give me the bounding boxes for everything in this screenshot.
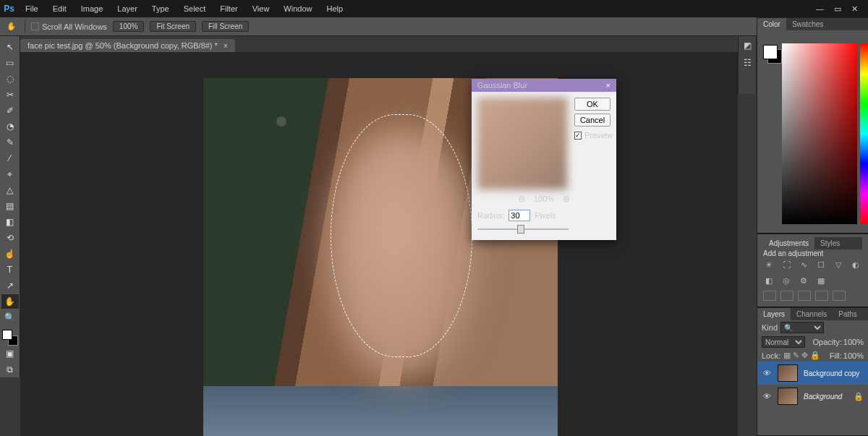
fill-screen-button[interactable]: Fill Screen [202,21,249,32]
document-tab-close-icon[interactable]: × [224,42,228,50]
radius-slider[interactable] [477,224,569,234]
bw-icon[interactable]: ◧ [763,276,775,286]
scroll-all-checkbox[interactable]: Scroll All Windows [31,22,107,31]
properties-panel-icon[interactable]: ☷ [744,58,752,68]
layer-thumbnail[interactable] [778,388,798,405]
canvas-area[interactable] [20,52,738,436]
eraser-tool[interactable]: △ [1,183,19,197]
gradient-tool[interactable]: ▤ [1,199,19,213]
menu-window[interactable]: Window [276,0,319,17]
screenmode-icon[interactable]: ⧉ [1,362,19,377]
blur-tool[interactable]: ◧ [1,215,19,229]
quickmask-icon[interactable]: ▣ [1,346,19,361]
tab-paths[interactable]: Paths [833,308,863,320]
pen-tool[interactable]: ☝ [1,247,19,261]
visibility-icon[interactable]: 👁 [762,392,772,401]
fg-color-swatch[interactable] [763,45,778,59]
type-tool[interactable]: T [1,262,19,277]
channel-mixer-icon[interactable]: ⚙ [798,276,809,286]
invert-icon[interactable] [763,291,776,301]
menu-filter[interactable]: Filter [213,0,244,17]
layer-thumbnail[interactable] [778,364,798,382]
kind-select[interactable]: 🔍 [780,322,824,333]
move-tool[interactable]: ↖ [1,40,19,54]
minimize-icon[interactable]: — [816,4,824,14]
visibility-icon[interactable]: 👁 [762,369,772,377]
document-tab[interactable]: face pic test.jpg @ 50% (Background copy… [20,39,235,52]
posterize-icon[interactable] [780,291,793,301]
radius-label: Radius: [477,211,504,220]
blend-mode-select[interactable]: Normal [762,336,805,348]
tab-swatches[interactable]: Swatches [786,18,829,30]
ok-button[interactable]: OK [574,98,610,111]
tab-styles[interactable]: Styles [814,237,846,249]
history-brush-tool[interactable]: ⌖ [1,167,19,181]
fill-value[interactable]: 100% [843,351,864,360]
blur-preview[interactable] [477,98,567,189]
radius-input[interactable] [509,210,530,221]
hand-tool[interactable]: ✋ [1,294,19,309]
menu-file[interactable]: File [18,0,46,17]
marquee-tool[interactable]: ▭ [1,56,19,70]
zoom-tool[interactable]: 🔍 [1,310,19,325]
menu-edit[interactable]: Edit [46,0,74,17]
lock-icons[interactable]: ▦ ✎ ✥ 🔒 [783,351,820,360]
menu-view[interactable]: View [245,0,277,17]
hue-icon[interactable]: ◐ [850,260,861,270]
zoom-100-button[interactable]: 100% [113,21,145,32]
layer-name[interactable]: Background [804,393,842,401]
vibrance-icon[interactable]: ▽ [833,260,844,270]
clone-tool[interactable]: ⁄ [1,151,19,166]
levels-icon[interactable]: ⛶ [780,260,792,270]
maximize-icon[interactable]: ▭ [834,4,841,14]
tab-color[interactable]: Color [757,18,786,30]
lookup-icon[interactable]: ▦ [815,276,827,286]
menu-type[interactable]: Type [145,0,176,17]
dodge-tool[interactable]: ⟲ [1,231,19,245]
opacity-value[interactable]: 100% [843,338,864,346]
tab-channels[interactable]: Channels [791,308,833,320]
threshold-icon[interactable] [798,291,811,301]
photo-filter-icon[interactable]: ◎ [780,276,792,286]
image-region [203,386,558,436]
layer-name[interactable]: Background copy [804,369,859,377]
window-controls: — ▭ ✕ [806,4,868,14]
foreground-color-chip[interactable] [2,330,12,340]
cancel-button[interactable]: Cancel [574,114,610,127]
selective-color-icon[interactable] [833,291,846,301]
brightness-icon[interactable]: ☀ [763,260,775,270]
slider-thumb[interactable] [517,225,524,234]
dialog-close-icon[interactable]: × [606,81,610,90]
fit-screen-button[interactable]: Fit Screen [150,21,196,32]
crop-tool[interactable]: ✂ [1,87,19,102]
preview-checkbox[interactable]: ✓ Preview [574,131,610,140]
hue-slider[interactable] [860,43,868,224]
gradient-map-icon[interactable] [815,291,828,301]
zoom-in-icon[interactable]: ⊕ [563,194,570,204]
lasso-tool[interactable]: ◌ [1,72,19,86]
color-chips[interactable] [2,330,18,346]
color-field[interactable] [782,43,857,224]
curves-icon[interactable]: ∿ [798,260,809,270]
lock-icon: 🔒 [854,392,864,401]
layer-row[interactable]: 👁 Background 🔒 [757,385,868,408]
menu-help[interactable]: Help [319,0,350,17]
menu-select[interactable]: Select [176,0,213,17]
close-icon[interactable]: ✕ [851,4,858,14]
tab-adjustments[interactable]: Adjustments [763,237,814,249]
exposure-icon[interactable]: ☐ [815,260,827,270]
layer-row[interactable]: 👁 Background copy [757,362,868,385]
tab-layers[interactable]: Layers [757,308,791,320]
zoom-out-icon[interactable]: ⊖ [518,194,525,204]
adjustment-icons: ☀ ⛶ ∿ ☐ ▽ ◐ ◧ ◎ ⚙ ▦ [763,260,862,286]
history-panel-icon[interactable]: ◩ [744,40,752,51]
path-tool[interactable]: ↗ [1,278,19,293]
menu-layer[interactable]: Layer [110,0,145,17]
menu-image[interactable]: Image [74,0,111,17]
dialog-title-bar[interactable]: Gaussian Blur × [472,79,616,92]
eyedropper-tool[interactable]: ✐ [1,103,19,118]
selection-marquee [331,114,472,358]
app-logo: Ps [0,0,18,17]
healing-tool[interactable]: ◔ [1,119,19,134]
brush-tool[interactable]: ✎ [1,135,19,150]
